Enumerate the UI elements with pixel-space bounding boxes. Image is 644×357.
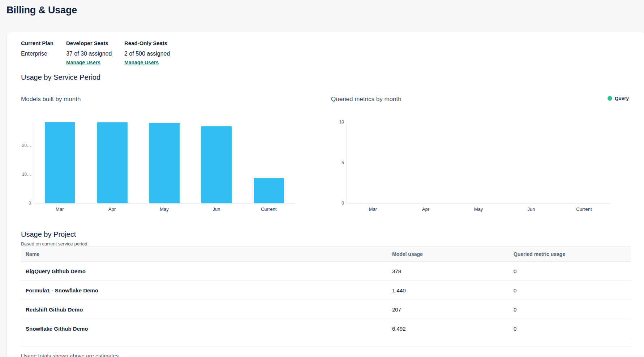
metrics-chart-plot: 0510 — [347, 122, 610, 204]
usage-by-project-title: Usage by Project — [21, 230, 76, 239]
models-chart-title: Models built by month — [21, 96, 81, 103]
bar-slot — [190, 122, 242, 203]
model-usage-value: 6,492 — [392, 326, 514, 332]
page-title: Billing & Usage — [7, 5, 77, 16]
y-tick-label: 0 — [342, 201, 344, 205]
y-tick-label: 10 — [339, 120, 344, 124]
x-tick-label: Apr — [399, 206, 452, 212]
bar-slot — [138, 122, 190, 203]
usage-by-service-period-title: Usage by Service Period — [21, 73, 100, 82]
y-tick-label: 5 — [342, 161, 344, 165]
queried-metric-usage-value: 0 — [514, 287, 631, 293]
metrics-chart-title: Queried metrics by month — [331, 96, 402, 103]
project-name: Snowflake Github Demo — [21, 326, 392, 332]
queried-metric-usage-value: 0 — [514, 306, 631, 313]
queried-metric-usage-value: 0 — [514, 326, 631, 332]
table-row: Formula1 - Snowflake Demo 1,440 0 — [21, 281, 631, 300]
current-plan-label: Current Plan — [21, 40, 66, 46]
bar-slot — [505, 122, 558, 203]
bar-slot — [347, 122, 400, 203]
bar-slot — [243, 122, 295, 203]
column-header-queried-metric-usage: Queried metric usage — [514, 251, 631, 257]
table-row: BigQuery Github Demo 378 0 — [21, 262, 631, 281]
bar-current — [254, 178, 284, 203]
plan-summary: Current Plan Enterprise Developer Seats … — [21, 40, 170, 65]
y-tick-label: 20… — [22, 143, 31, 148]
manage-users-link-readonly[interactable]: Manage Users — [124, 60, 159, 65]
x-tick-label: May — [138, 206, 190, 212]
readonly-seats-value: 2 of 500 assigned — [124, 51, 170, 57]
x-tick-label: Current — [558, 206, 610, 212]
current-plan-column: Current Plan Enterprise — [21, 40, 66, 65]
project-name: Redshift Github Demo — [21, 306, 392, 313]
billing-card: Current Plan Enterprise Developer Seats … — [6, 32, 644, 357]
model-usage-value: 378 — [392, 268, 514, 274]
project-name: Formula1 - Snowflake Demo — [21, 287, 392, 293]
bar-slot — [34, 122, 86, 203]
current-plan-value: Enterprise — [21, 51, 66, 57]
x-tick-label: Jun — [505, 206, 558, 212]
query-legend-item[interactable]: Query — [607, 96, 629, 101]
model-usage-value: 207 — [392, 306, 514, 313]
column-header-name: Name — [21, 251, 392, 257]
readonly-seats-column: Read-Only Seats 2 of 500 assigned Manage… — [124, 40, 170, 65]
bar-may — [149, 123, 180, 203]
bar-slot — [452, 122, 505, 203]
usage-by-project-subtitle: Based on current service period. — [21, 241, 89, 247]
table-row: Snowflake Github Demo 6,492 0 — [21, 319, 631, 338]
developer-seats-label: Developer Seats — [66, 40, 124, 46]
models-chart-plot: 010…20… — [34, 122, 295, 204]
developer-seats-column: Developer Seats 37 of 30 assigned Manage… — [66, 40, 124, 65]
bar-mar — [45, 122, 75, 203]
column-header-model-usage: Model usage — [392, 251, 514, 257]
models-built-chart: 010…20… MarAprMayJunCurrent — [34, 122, 295, 212]
x-tick-label: Mar — [34, 206, 86, 212]
y-tick-label: 10… — [22, 172, 31, 177]
readonly-seats-label: Read-Only Seats — [124, 40, 170, 46]
bar-slot — [400, 122, 452, 203]
x-tick-label: Mar — [347, 206, 399, 212]
x-tick-label: May — [452, 206, 505, 212]
usage-estimates-footnote: Usage totals shown above are estimates — [21, 353, 119, 357]
query-legend-dot — [607, 96, 612, 101]
bar-slot — [558, 122, 610, 203]
metrics-chart-bars — [347, 122, 610, 203]
metrics-chart-x-axis: MarAprMayJunCurrent — [347, 206, 610, 212]
table-footer-divider — [21, 338, 631, 347]
table-header: Name Model usage Queried metric usage — [21, 247, 631, 262]
table-row: Redshift Github Demo 207 0 — [21, 300, 631, 319]
models-chart-bars — [34, 122, 295, 203]
y-tick-label: 0 — [29, 201, 31, 205]
bar-jun — [201, 126, 232, 203]
project-usage-table: Name Model usage Queried metric usage Bi… — [21, 247, 631, 347]
manage-users-link-developer[interactable]: Manage Users — [66, 60, 100, 65]
x-tick-label: Current — [242, 206, 295, 212]
bar-slot — [86, 122, 138, 203]
developer-seats-value: 37 of 30 assigned — [66, 51, 124, 57]
x-tick-label: Apr — [86, 206, 138, 212]
project-name: BigQuery Github Demo — [21, 268, 392, 274]
model-usage-value: 1,440 — [392, 287, 514, 293]
bar-apr — [97, 122, 128, 203]
queried-metric-usage-value: 0 — [514, 268, 631, 274]
query-legend-label: Query — [615, 96, 629, 101]
x-tick-label: Jun — [190, 206, 243, 212]
queried-metrics-chart: 0510 MarAprMayJunCurrent — [347, 122, 610, 212]
models-chart-x-axis: MarAprMayJunCurrent — [34, 206, 295, 212]
